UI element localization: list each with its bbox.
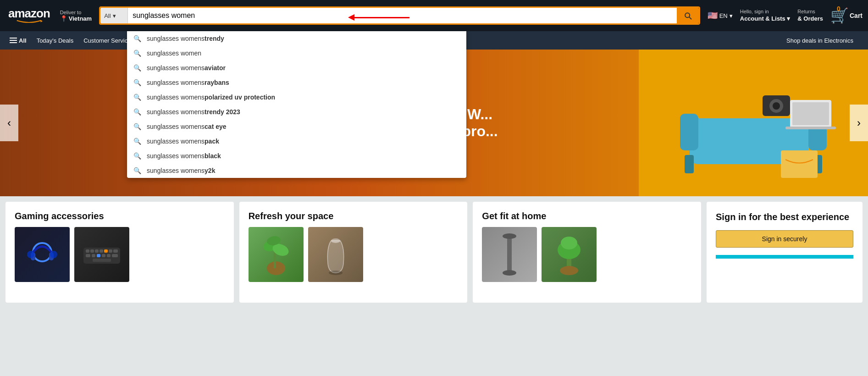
svg-rect-2	[680, 114, 698, 150]
autocomplete-item[interactable]: 🔍sunglasses womens cat eye	[127, 119, 466, 134]
svg-point-41	[503, 233, 516, 239]
fitness-card: Get fit at home	[473, 202, 701, 303]
svg-rect-40	[507, 236, 512, 273]
carousel-next-button[interactable]: ›	[850, 105, 868, 141]
autocomplete-item[interactable]: 🔍sunglasses womens raybans	[127, 75, 466, 90]
refresh-card-images	[249, 227, 459, 282]
lang-chevron-icon: ▾	[730, 12, 733, 19]
svg-rect-11	[785, 127, 836, 129]
cards-section: Gaming accessories	[0, 196, 868, 308]
autocomplete-item[interactable]: 🔍sunglasses womens polarized uv protecti…	[127, 90, 466, 105]
nav-todays-deals[interactable]: Today's Deals	[33, 31, 78, 50]
autocomplete-item[interactable]: 🔍sunglasses womens black	[127, 149, 466, 163]
svg-point-42	[503, 270, 516, 276]
svg-point-44	[560, 266, 578, 275]
suggest-search-icon: 🔍	[133, 35, 141, 42]
amazon-logo[interactable]: amazon	[6, 6, 53, 26]
fitness-plant-icon	[553, 232, 585, 277]
suggest-search-icon: 🔍	[133, 123, 141, 130]
nav-all-label: All	[19, 37, 27, 44]
logo-text: amazon	[8, 7, 50, 19]
bottle-icon	[324, 232, 347, 277]
fitness-image1	[482, 227, 537, 282]
autocomplete-item[interactable]: 🔍sunglasses womens trendy	[127, 31, 466, 46]
account-link[interactable]: Hello, sign in Account & Lists ▾	[740, 8, 791, 22]
cart-link[interactable]: 🛒 0 Cart	[830, 7, 862, 24]
autocomplete-item[interactable]: 🔍sunglasses womens pack	[127, 134, 466, 149]
keyboard-icon	[81, 243, 122, 266]
fitness-image2	[542, 227, 597, 282]
search-bar: All ▾	[99, 6, 700, 25]
gaming-card-title: Gaming accessories	[15, 211, 225, 221]
cart-count: 0	[837, 5, 840, 12]
arrow-line	[354, 17, 409, 18]
nav-all-button[interactable]: All	[6, 31, 31, 50]
hero-furniture-illustration	[643, 54, 863, 192]
fitness-equipment-icon	[491, 232, 528, 277]
svg-rect-32	[93, 259, 111, 262]
search-button[interactable]	[677, 8, 699, 23]
deliver-to[interactable]: Deliver to 📍 Vietnam	[58, 8, 94, 24]
autocomplete-item[interactable]: 🔍sunglasses womens y2k	[127, 163, 466, 178]
header: amazon Deliver to 📍 Vietnam All ▾	[0, 0, 868, 31]
signin-title: Sign in for the best experience	[716, 211, 853, 223]
svg-point-46	[561, 237, 577, 249]
svg-rect-12	[781, 150, 818, 178]
location-text: 📍 Vietnam	[60, 15, 92, 22]
returns-link[interactable]: Returns & Orders	[797, 8, 823, 22]
signin-button[interactable]: Sign in securely	[716, 230, 853, 248]
svg-rect-4	[685, 155, 694, 173]
svg-rect-25	[113, 249, 118, 253]
suggest-search-icon: 🔍	[133, 167, 141, 174]
search-category-selector[interactable]: All ▾	[100, 8, 128, 23]
account-bottom-label: Account & Lists ▾	[740, 15, 791, 23]
svg-rect-27	[92, 254, 95, 257]
hero-illustration	[639, 50, 868, 196]
arrow-head-icon	[348, 14, 354, 21]
svg-marker-0	[41, 20, 43, 22]
language-selector[interactable]: 🇺🇸 EN ▾	[708, 11, 733, 21]
nav-shop-electronics[interactable]: Shop deals in Electronics	[786, 37, 853, 44]
svg-rect-31	[112, 254, 118, 257]
gaming-headset-image	[15, 227, 70, 282]
returns-top-label: Returns	[797, 8, 823, 15]
refresh-card: Refresh your space	[239, 202, 468, 303]
carousel-prev-button[interactable]: ‹	[0, 105, 18, 141]
hero-content: W... pro...	[462, 106, 498, 140]
refresh-bottle-image	[308, 227, 363, 282]
chevron-down-icon: ▾	[113, 12, 116, 19]
svg-rect-10	[792, 102, 829, 125]
fitness-card-images	[482, 227, 692, 282]
refresh-card-title: Refresh your space	[249, 211, 459, 221]
suggest-search-icon: 🔍	[133, 79, 141, 86]
svg-rect-28	[97, 254, 100, 257]
header-right: 🇺🇸 EN ▾ Hello, sign in Account & Lists ▾…	[708, 7, 862, 24]
autocomplete-item[interactable]: 🔍sunglasses women	[127, 46, 466, 61]
refresh-plant-image	[249, 227, 304, 282]
svg-rect-26	[86, 254, 90, 257]
svg-rect-22	[100, 249, 103, 253]
hero-text-line2: pro...	[462, 123, 498, 140]
svg-rect-24	[109, 249, 112, 253]
plant-icon	[260, 232, 292, 277]
svg-rect-19	[86, 249, 89, 253]
autocomplete-item[interactable]: 🔍sunglasses womens aviator	[127, 61, 466, 75]
autocomplete-item[interactable]: 🔍sunglasses womens trendy 2023	[127, 105, 466, 119]
svg-rect-23	[104, 249, 108, 253]
suggest-search-icon: 🔍	[133, 108, 141, 116]
svg-rect-21	[95, 249, 99, 253]
category-label: All	[104, 12, 111, 19]
headset-icon	[24, 236, 61, 273]
hamburger-icon	[10, 38, 17, 43]
gaming-card-images	[15, 227, 225, 282]
returns-bottom-label: & Orders	[797, 15, 823, 23]
cart-label: Cart	[850, 12, 862, 19]
gaming-card: Gaming accessories	[6, 202, 234, 303]
amazon-smile-icon	[15, 19, 43, 24]
svg-point-16	[27, 251, 34, 258]
svg-point-39	[329, 271, 343, 275]
svg-point-8	[773, 102, 780, 110]
lang-label: EN	[719, 12, 728, 19]
annotation-arrow	[348, 14, 409, 21]
suggest-search-icon: 🔍	[133, 152, 141, 160]
